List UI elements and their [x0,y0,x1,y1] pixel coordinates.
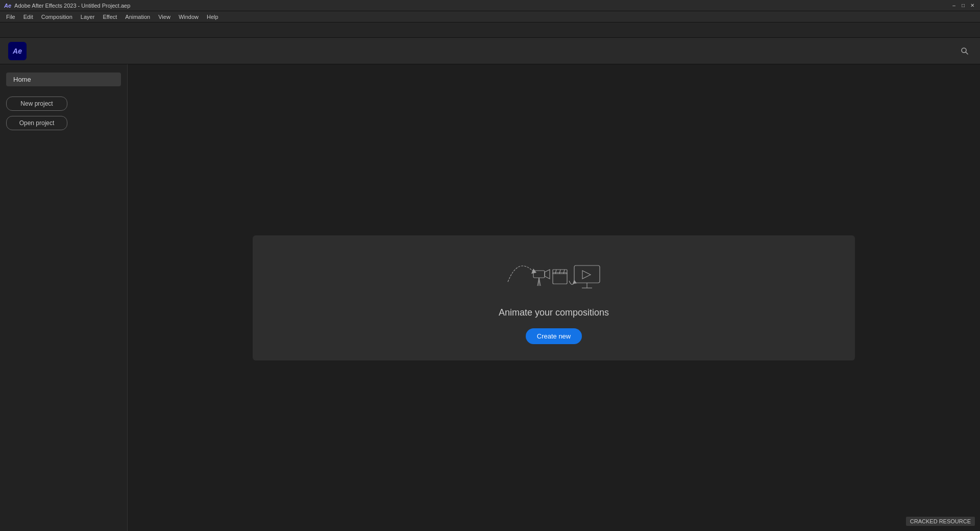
svg-marker-14 [582,271,591,279]
title-text: Ae Adobe After Effects 2023 - Untitled P… [4,3,130,9]
svg-rect-8 [553,273,567,284]
ae-logo: Ae [8,42,27,60]
minimize-button[interactable]: – [950,2,958,9]
content-area: Animate your compositions Create new [128,64,980,531]
open-project-button[interactable]: Open project [6,116,67,130]
menu-bar: File Edit Composition Layer Effect Anima… [0,11,980,22]
menu-animation[interactable]: Animation [121,13,154,21]
svg-line-12 [564,270,565,274]
app-icon-small: Ae [4,3,11,9]
maximize-button[interactable]: □ [960,2,967,9]
title-bar: Ae Adobe After Effects 2023 - Untitled P… [0,0,980,11]
menu-view[interactable]: View [154,13,175,21]
svg-rect-13 [574,266,600,283]
window-controls: – □ ✕ [950,2,976,9]
title-label: Adobe After Effects 2023 - Untitled Proj… [14,3,130,9]
svg-marker-2 [531,269,536,274]
animate-text: Animate your compositions [499,307,609,318]
menu-effect[interactable]: Effect [99,13,121,21]
illustration-svg [503,251,605,297]
toolbar [0,22,980,38]
svg-marker-17 [573,280,577,284]
new-project-button[interactable]: New project [6,96,67,111]
main-layout: Home New project Open project [0,64,980,531]
search-button[interactable] [958,44,972,58]
menu-composition[interactable]: Composition [37,13,77,21]
sidebar: Home New project Open project [0,64,128,531]
menu-layer[interactable]: Layer [77,13,99,21]
menu-file[interactable]: File [2,13,19,21]
close-button[interactable]: ✕ [969,2,976,9]
center-card: Animate your compositions Create new [253,235,855,360]
watermark: CRACKED RESOURCE [906,517,975,526]
menu-window[interactable]: Window [175,13,203,21]
create-new-button[interactable]: Create new [526,328,582,344]
home-tab[interactable]: Home [6,73,121,86]
menu-edit[interactable]: Edit [19,13,37,21]
svg-line-11 [559,270,560,274]
svg-line-1 [966,52,968,54]
svg-line-10 [555,270,556,274]
svg-marker-4 [545,270,550,279]
logo-text: Ae [13,47,22,55]
menu-help[interactable]: Help [203,13,223,21]
header-bar: Ae [0,38,980,64]
illustration [503,251,605,297]
